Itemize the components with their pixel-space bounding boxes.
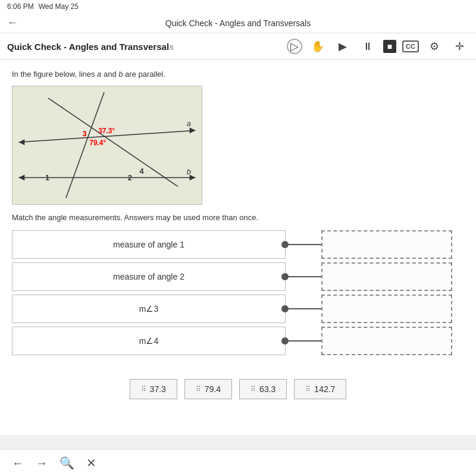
geometry-figure: a b 3 37.3° 79.4° 1 2 4: [12, 86, 202, 205]
match-item-1[interactable]: measure of angle 1: [12, 230, 286, 259]
answer-chip-1[interactable]: 37.3: [130, 379, 177, 399]
top-nav: ← Quick Check - Angles and Transversals: [0, 13, 476, 33]
connector-dot-4: [281, 337, 289, 345]
drop-targets-container: [321, 230, 452, 355]
connector-dot-1: [281, 241, 289, 248]
move-icon[interactable]: ✛: [450, 37, 469, 56]
status-bar: 6:06 PM Wed May 25: [0, 0, 476, 13]
svg-rect-0: [13, 86, 202, 204]
match-item-3[interactable]: m∠3: [12, 295, 286, 323]
svg-text:a: a: [187, 119, 191, 128]
svg-text:2: 2: [128, 173, 132, 182]
hand-icon[interactable]: ✋: [308, 37, 327, 56]
svg-text:4: 4: [139, 167, 144, 176]
nav-close-button[interactable]: ✕: [86, 456, 96, 470]
nav-forward-button[interactable]: →: [36, 456, 48, 470]
drop-target-2[interactable]: [321, 262, 452, 291]
play-icon[interactable]: ▶: [333, 37, 352, 56]
drop-target-1[interactable]: [321, 230, 452, 259]
answer-value-1: 37.3: [150, 384, 166, 394]
answer-chip-2[interactable]: 79.4: [184, 379, 232, 399]
svg-text:b: b: [187, 168, 191, 177]
answer-value-4: 142.7: [314, 384, 335, 394]
connector-dot-2: [281, 273, 289, 280]
drop-target-3[interactable]: [321, 295, 452, 323]
svg-text:3: 3: [82, 129, 86, 138]
match-label-3: m∠3: [139, 304, 158, 314]
answer-value-3: 63.3: [259, 384, 275, 394]
svg-text:37.3°: 37.3°: [98, 127, 115, 135]
captions-icon[interactable]: CC: [402, 40, 419, 52]
match-item-4[interactable]: m∠4: [12, 327, 286, 355]
answer-value-2: 79.4: [205, 384, 221, 394]
match-item-2[interactable]: measure of angle 2: [12, 262, 286, 291]
back-button[interactable]: ←: [7, 17, 18, 29]
main-content: In the figure below, lines a and b are p…: [0, 60, 476, 435]
svg-text:1: 1: [45, 173, 49, 182]
toolbar-icons: ▷ ✋ ▶ ⏸ ■ CC ⚙ ✛: [287, 37, 469, 56]
answer-choices: 37.3 79.4 63.3 142.7: [12, 373, 464, 405]
connector-dot-3: [281, 305, 289, 312]
instruction-text: In the figure below, lines a and b are p…: [12, 70, 464, 79]
matching-layout: measure of angle 1 measure of angle 2 m∠…: [12, 230, 464, 355]
matching-section: measure of angle 1 measure of angle 2 m∠…: [12, 230, 464, 355]
match-label-4: m∠4: [139, 336, 158, 346]
gear-icon[interactable]: ⚙: [425, 37, 444, 56]
status-date: Wed May 25: [39, 2, 79, 11]
drop-target-4[interactable]: [321, 327, 452, 355]
answer-chip-3[interactable]: 63.3: [239, 379, 287, 399]
toolbar-title: Quick Check - Angles and Transversals: [7, 42, 277, 52]
bottom-nav: ← → 🔍 ✕: [0, 449, 476, 476]
match-instruction: Match the angle measurements. Answers ma…: [12, 213, 464, 222]
left-match-items: measure of angle 1 measure of angle 2 m∠…: [12, 230, 286, 355]
answer-chip-4[interactable]: 142.7: [294, 379, 346, 399]
toolbar: Quick Check - Angles and Transversals ▷ …: [0, 33, 476, 60]
right-section: [286, 230, 452, 355]
nav-title: Quick Check - Angles and Transversals: [165, 18, 311, 28]
match-label-1: measure of angle 1: [113, 240, 184, 249]
nav-search-button[interactable]: 🔍: [60, 456, 74, 470]
pause-icon[interactable]: ⏸: [358, 37, 377, 56]
svg-text:79.4°: 79.4°: [89, 139, 106, 147]
status-time: 6:06 PM: [7, 2, 34, 11]
nav-back-button[interactable]: ←: [12, 456, 24, 470]
stop-icon[interactable]: ■: [383, 40, 396, 53]
match-label-2: measure of angle 2: [113, 272, 184, 281]
circle-nav-icon[interactable]: ▷: [287, 39, 302, 54]
